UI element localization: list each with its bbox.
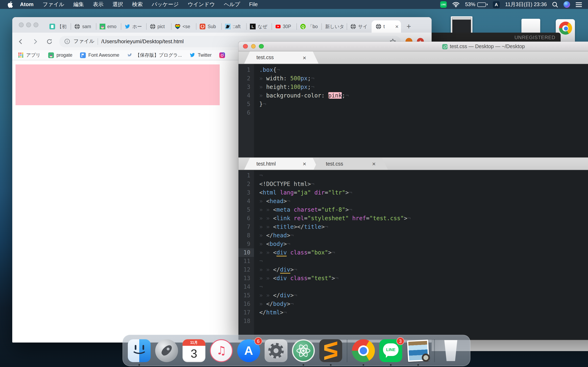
code-line-8[interactable]: 8» </head>¬ [238,231,588,240]
wifi-icon[interactable] [452,2,460,7]
code-line-2[interactable]: 2» width: 500px;¬ [238,74,588,83]
code-line-17[interactable]: 17</html>¬ [238,308,588,317]
menu-window[interactable]: ウインドウ [183,0,219,9]
dock-item-trash[interactable] [439,339,462,362]
chrome-tab[interactable]: L なぜ [246,20,271,33]
dock-item-separator-2[interactable] [434,339,435,362]
chrome-tab[interactable]: ホー [121,20,146,33]
tab-close-icon[interactable]: × [395,24,398,29]
chrome-tab[interactable]: 30P [271,20,296,33]
minimize-button[interactable] [26,22,31,27]
menu-view[interactable]: 表示 [88,0,108,9]
code-line-3[interactable]: 3» height:100px;¬ [238,83,588,91]
code-line-5[interactable]: 5}¬ [238,100,588,108]
dock-item-line[interactable]: LINE 3 [379,339,402,362]
menu-file-en[interactable]: File [245,0,262,9]
code-line-18[interactable]: 18 [238,317,588,325]
menubar-clock[interactable]: 11月3日(日) 23:36 [505,1,547,8]
code-line-1[interactable]: 1.box{¬ [238,66,588,74]
dock-item-sublime-text[interactable] [319,339,342,362]
bookmark-item[interactable]: Twitter [190,52,212,58]
info-icon[interactable] [64,38,70,44]
reload-icon[interactable] [44,36,55,47]
bookmark-item[interactable]: 【保存版】プログラ... [127,52,182,58]
dock-item-separator-1[interactable] [347,339,347,362]
close-button[interactable] [243,44,248,49]
code-line-4[interactable]: 4» <head>¬ [238,197,588,206]
bookmark-item[interactable] [219,52,225,58]
dock-item-music[interactable]: ♫ [210,339,233,362]
tab-close-icon[interactable]: × [303,54,306,61]
new-tab-button[interactable]: + [403,21,414,32]
zoom-button[interactable] [34,22,38,27]
code-line-16[interactable]: 16» </body>¬ [238,300,588,308]
menu-help[interactable]: ヘルプ [219,0,245,9]
apple-icon[interactable] [7,1,13,8]
dock-item-app-store[interactable]: A 6 [237,339,260,362]
chrome-tab[interactable]: pict [146,20,171,33]
spotlight-icon[interactable] [552,1,558,8]
code-line-9[interactable]: 9» <body>¬ [238,240,588,248]
dock-item-finder[interactable] [128,339,151,362]
chrome-tab[interactable]: sam [71,20,96,33]
menu-packages[interactable]: パッケージ [147,0,183,9]
code-line-14[interactable]: 14¬ [238,283,588,291]
menu-file[interactable]: ファイル [38,0,69,9]
tab-test-html[interactable]: test.html × [244,158,319,170]
sublime-titlebar[interactable]: UNREGISTERED [432,33,561,42]
code-line-7[interactable]: 7» » <title></title>¬ [238,223,588,231]
chrome-tab[interactable]: サイ [346,20,372,33]
dock-item-preview[interactable] [407,339,430,362]
code-line-11[interactable]: 11¬ [238,257,588,266]
chrome-tab[interactable]: <se [171,20,196,33]
zoom-button[interactable] [259,44,264,49]
chrome-tab[interactable]: ::aft [221,20,246,33]
code-line-3[interactable]: 3<html lang="ja" dir="ltr">¬ [238,188,588,197]
dock-item-chrome[interactable] [352,339,375,362]
bookmark-item[interactable]: Font Awesome [80,52,120,58]
tab-test-css[interactable]: test.css × [244,51,319,64]
code-line-1[interactable]: 1¬ [238,171,588,180]
battery-indicator[interactable]: 53% [465,2,488,7]
code-line-6[interactable]: 6 [238,108,588,117]
menu-find[interactable]: 検索 [128,0,147,9]
chrome-tab[interactable]: emo [96,20,121,33]
chrome-tab[interactable]: 【初 [46,20,71,33]
code-line-5[interactable]: 5» » <meta charset="utf-8">¬ [238,206,588,214]
input-method-icon[interactable]: A [493,1,500,8]
chrome-tab[interactable]: Sub [196,20,221,33]
atom-titlebar[interactable]: test.css — Desktop — ~/Desktop [238,42,588,51]
bookmark-item[interactable]: アプリ [18,52,41,58]
back-icon[interactable] [15,36,26,47]
dock-item-launchpad[interactable] [155,339,178,362]
code-line-6[interactable]: 6» » <link rel="stylesheet" href="test.c… [238,214,588,223]
dock-item-system-preferences[interactable] [265,339,287,362]
code-line-13[interactable]: 13» » <div class="test">¬ [238,274,588,283]
tab-close-icon[interactable]: × [303,160,306,167]
editor-test-css[interactable]: 1.box{¬2» width: 500px;¬3» height:100px;… [238,64,588,157]
code-line-4[interactable]: 4» background-color: pink;¬ [238,91,588,100]
minimize-button[interactable] [251,44,256,49]
menu-edit[interactable]: 編集 [69,0,88,9]
dock-item-calendar[interactable]: 11月3 [182,339,205,362]
code-line-2[interactable]: 2<!DOCTYPE html>¬ [238,180,588,188]
code-line-12[interactable]: 12» » </div>¬ [238,266,588,274]
menu-select[interactable]: 選択 [108,0,128,9]
bookmark-item[interactable]: progate [48,52,72,58]
siri-icon[interactable] [563,1,570,8]
code-line-10[interactable]: 10» » <div class="box">¬ [238,248,588,257]
dock-item-atom[interactable] [292,339,315,362]
chrome-tab[interactable]: Q 「bo [296,20,321,33]
chrome-tab[interactable]: 新しいタ [321,20,347,33]
chrome-tab-active[interactable]: t × [372,20,401,33]
tab-test-css-2[interactable]: test.css × [314,158,388,170]
forward-icon[interactable] [29,36,41,47]
url-scheme-chip[interactable]: ファイル [73,38,94,45]
menu-app-name[interactable]: Atom [16,0,38,9]
notification-center-icon[interactable] [575,2,582,7]
tab-close-icon[interactable]: × [372,160,376,167]
editor-test-html[interactable]: 1¬2<!DOCTYPE html>¬3<html lang="ja" dir=… [238,170,588,340]
code-line-15[interactable]: 15» » </div>¬ [238,291,588,300]
line-status-icon[interactable]: LINE [440,1,447,8]
close-button[interactable] [19,22,24,27]
